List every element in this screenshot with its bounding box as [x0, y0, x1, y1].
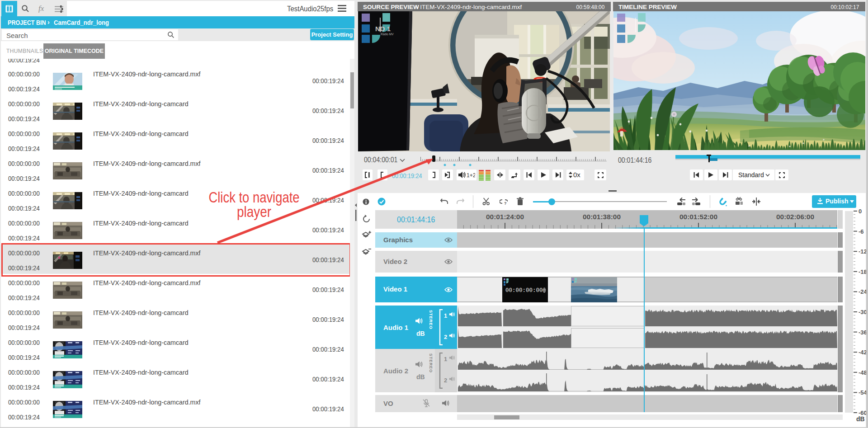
svg-text:1+2: 1+2: [467, 172, 475, 179]
svg-text:00:01:38:00: 00:01:38:00: [583, 213, 621, 221]
svg-text:ND 1: ND 1: [375, 25, 391, 33]
svg-text:00:02:06:00: 00:02:06:00: [776, 213, 814, 221]
svg-text:00:01:24:00: 00:01:24:00: [486, 213, 524, 221]
svg-text:Radio MV: Radio MV: [381, 33, 394, 36]
svg-text:?: ?: [504, 201, 507, 205]
svg-text:00:01:52:00: 00:01:52:00: [679, 213, 717, 221]
